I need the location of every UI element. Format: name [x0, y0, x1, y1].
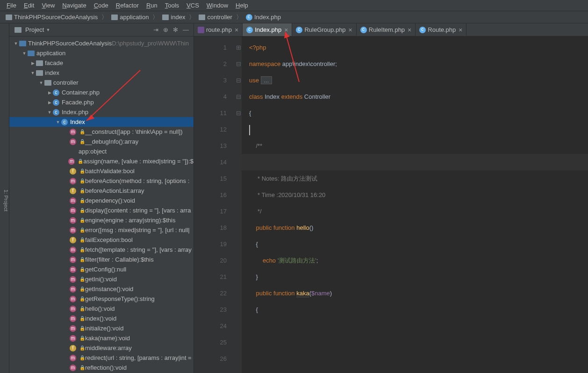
tree-row[interactable]: m🔒beforeAction(method : string, [options… [9, 176, 194, 186]
tree-row[interactable]: ▶cFacade.php [9, 97, 194, 107]
tree-row[interactable]: f🔒batchValidate:bool [9, 166, 194, 176]
tree-row[interactable]: m🔒getConfig():null [9, 264, 194, 274]
method-icon: m [69, 138, 77, 146]
tree-row[interactable]: m🔒assign(name, [value : mixed|string = '… [9, 156, 194, 166]
php-icon [296, 27, 302, 33]
field-icon: f [69, 344, 77, 352]
tree-row[interactable]: m🔒getResponseType():string [9, 294, 194, 304]
method-icon: m [69, 227, 77, 234]
tree-row[interactable]: m🔒hello():void [9, 304, 194, 314]
method-icon: m [69, 335, 77, 342]
code-editor[interactable]: 123411121314151617181920212223242526 ⊞⊟⊟… [194, 37, 588, 373]
tree-row[interactable]: ▼ThinkPHPSourceCodeAnalysis D:\phpstudy_… [9, 38, 194, 48]
editor-tab[interactable]: route.php× [194, 23, 243, 36]
tree-row[interactable]: m🔒engine(engine : array|string):$this [9, 215, 194, 225]
tree-row[interactable]: m🔒fetch([template : string = ''], [vars … [9, 245, 194, 255]
tree-row[interactable]: app:object [9, 146, 194, 156]
menu-help[interactable]: Help [232, 1, 252, 10]
breadcrumb-item[interactable]: index [160, 13, 187, 22]
php-icon [246, 14, 252, 21]
method-icon: m [69, 197, 77, 205]
tree-row[interactable]: ▼controller [9, 78, 194, 88]
menu-vcs[interactable]: VCS [183, 1, 203, 10]
tree-row[interactable]: m🔒__construct([app : \think\App = null]) [9, 127, 194, 137]
menu-navigate[interactable]: Navigate [58, 1, 90, 10]
field-icon: f [69, 168, 77, 175]
field-icon: f [69, 187, 77, 195]
editor-tabs: route.php×Index.php×RuleGroup.php×RuleIt… [194, 23, 588, 37]
folder-icon [36, 69, 43, 77]
tree-row[interactable]: ▼cIndex [9, 117, 194, 127]
tree-row[interactable]: ▼application [9, 48, 194, 58]
line-gutter: 123411121314151617181920212223242526 [194, 37, 235, 373]
editor-tab[interactable]: RuleItem.php× [357, 23, 416, 36]
php-file-icon: c [52, 89, 60, 96]
method-icon: m [69, 305, 77, 313]
tree-row[interactable]: f🔒middleware:array [9, 343, 194, 353]
menu-tools[interactable]: Tools [161, 1, 183, 10]
editor-tab[interactable]: Route.php× [416, 23, 466, 36]
method-icon: m [69, 256, 77, 263]
menu-code[interactable]: Code [90, 1, 112, 10]
menu-view[interactable]: View [38, 1, 58, 10]
dropdown-icon[interactable]: ▼ [46, 28, 50, 32]
route-icon [198, 27, 204, 33]
php-file-icon: c [52, 109, 60, 116]
menu-file[interactable]: File [3, 1, 20, 10]
left-rail[interactable]: 1: Project [0, 23, 9, 373]
tree-row[interactable]: ▶cContainer.php [9, 88, 194, 97]
method-icon: m [69, 325, 77, 332]
collapse-icon[interactable]: ⇥ [153, 26, 158, 33]
editor-tab[interactable]: RuleGroup.php× [292, 23, 356, 36]
tree-row[interactable]: m🔒getInstance():void [9, 284, 194, 294]
tree-row[interactable]: m🔒initialize():void [9, 323, 194, 333]
menu-window[interactable]: Window [203, 1, 232, 10]
close-icon[interactable]: × [349, 26, 352, 34]
field-icon: f [69, 236, 77, 244]
tree-row[interactable]: m🔒reflection():void [9, 363, 194, 373]
tree-row[interactable]: m🔒display([content : string = ''], [vars… [9, 205, 194, 215]
folder-icon [6, 15, 12, 20]
close-icon[interactable]: × [459, 26, 462, 34]
close-icon[interactable]: × [235, 26, 238, 34]
tree-row[interactable]: ▼index [9, 68, 194, 78]
menu-refactor[interactable]: Refactor [112, 1, 143, 10]
hide-icon[interactable]: — [183, 26, 189, 33]
tree-row[interactable]: m🔒redirect(url : string, [params : array… [9, 353, 194, 363]
method-icon: m [69, 177, 77, 185]
tree-row[interactable]: m🔒dependency():void [9, 196, 194, 205]
tree-row[interactable]: m🔒__debugInfo():array [9, 137, 194, 146]
menu-edit[interactable]: Edit [20, 1, 38, 10]
editor-tab[interactable]: Index.php× [243, 23, 292, 36]
tree-row[interactable]: m🔒filter(filter : Callable):$this [9, 255, 194, 264]
tree-row[interactable]: m🔒index():void [9, 314, 194, 323]
tree-row[interactable]: f🔒beforeActionList:array [9, 186, 194, 196]
php-icon [246, 27, 253, 33]
breadcrumb-item[interactable]: application [109, 13, 151, 22]
tree-row[interactable]: f🔒failException:bool [9, 235, 194, 245]
method-icon: m [68, 158, 75, 165]
tree-row[interactable]: ▶facade [9, 58, 194, 68]
breadcrumb-item[interactable]: Index.php [244, 13, 283, 22]
breadcrumb: ThinkPHPSourceCodeAnalysis〉application〉i… [0, 11, 588, 23]
fold-column[interactable]: ⊞⊟⊟⊟⊟ [235, 37, 242, 373]
code-content[interactable]: <?phpnamespace app\index\controller;use … [242, 37, 588, 373]
tree-row[interactable]: m🔒error([msg : mixed|string = ''], [url … [9, 225, 194, 235]
close-icon[interactable]: × [408, 26, 411, 34]
gear-icon[interactable]: ✻ [173, 26, 178, 33]
method-icon: m [69, 354, 77, 362]
breadcrumb-item[interactable]: ThinkPHPSourceCodeAnalysis [4, 13, 100, 22]
menubar: FileEditViewNavigateCodeRefactorRunTools… [0, 0, 588, 11]
method-icon: m [69, 266, 77, 273]
panel-header: Project ▼ ⇥ ⊕ ✻ — [9, 23, 194, 37]
breadcrumb-item[interactable]: controller [197, 13, 234, 22]
folder-icon [111, 15, 118, 20]
folder-icon [162, 15, 169, 20]
method-icon: m [69, 295, 77, 303]
tree-row[interactable]: m🔒kaka(name):void [9, 333, 194, 343]
tree-row[interactable]: ▼cIndex.php [9, 107, 194, 117]
locate-icon[interactable]: ⊕ [163, 26, 168, 33]
tree-row[interactable]: m🔒getIni():void [9, 274, 194, 284]
close-icon[interactable]: × [284, 26, 288, 34]
menu-run[interactable]: Run [143, 1, 161, 10]
